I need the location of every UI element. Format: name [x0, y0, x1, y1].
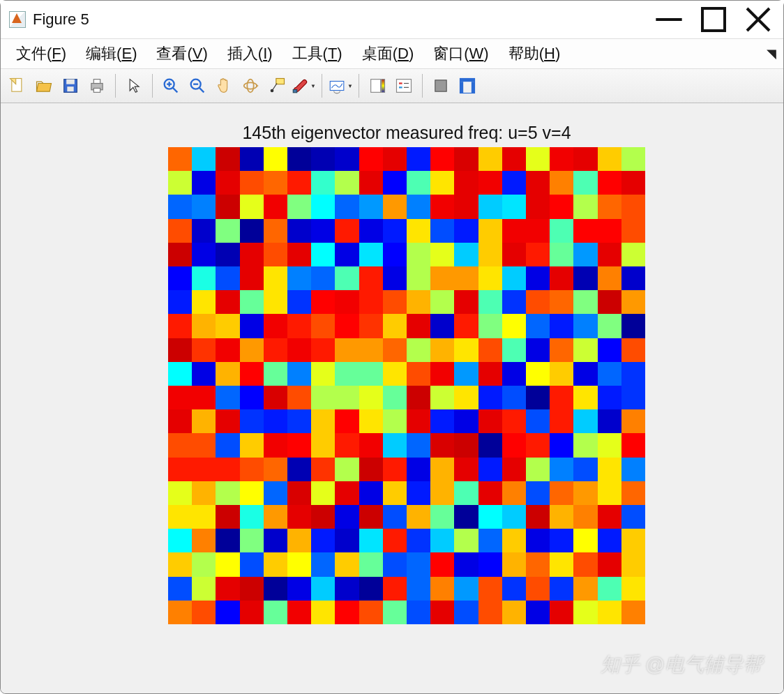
print-button[interactable]: [84, 73, 110, 98]
heatmap-cell: [621, 195, 645, 218]
heatmap-cell: [430, 577, 454, 601]
heatmap-cell: [216, 290, 239, 314]
zoom-out-button[interactable]: [185, 73, 210, 98]
menu-window[interactable]: 窗口(W): [423, 40, 498, 67]
heatmap-image[interactable]: [168, 147, 645, 624]
heatmap-cell: [526, 219, 550, 243]
heatmap-cell: [478, 481, 502, 505]
heatmap-cell: [192, 195, 216, 218]
heatmap-cell: [240, 171, 264, 195]
heatmap-cell: [335, 433, 359, 457]
heatmap-cell: [478, 601, 502, 624]
heatmap-cell: [407, 362, 430, 386]
figure-area[interactable]: 145th eigenvector measured freq: u=5 v=4…: [1, 103, 783, 693]
link-plot-button[interactable]: ▼: [328, 73, 353, 98]
heatmap-cell: [240, 433, 264, 457]
heatmap-cell: [359, 314, 383, 338]
heatmap-cell: [454, 386, 478, 409]
heatmap-cell: [573, 338, 597, 362]
colorbar-icon: [368, 76, 387, 96]
heatmap-cell: [550, 552, 573, 576]
heatmap-cell: [502, 529, 526, 552]
legend-icon: [394, 76, 414, 96]
save-button[interactable]: [58, 73, 83, 98]
heatmap-cell: [359, 529, 383, 552]
heatmap-cell: [264, 266, 287, 290]
menu-edit[interactable]: 编辑(E): [76, 40, 146, 67]
heatmap-cell: [335, 505, 359, 529]
heatmap-cell: [454, 171, 478, 195]
new-figure-button[interactable]: [5, 73, 30, 98]
heatmap-cell: [240, 601, 264, 624]
heatmap-cell: [240, 195, 264, 218]
heatmap-cell: [598, 219, 621, 243]
heatmap-cell: [192, 243, 216, 266]
heatmap-cell: [502, 266, 526, 290]
dock-arrow-icon[interactable]: ◥: [767, 46, 776, 61]
brush-icon: [291, 76, 309, 96]
heatmap-cell: [216, 552, 239, 576]
legend-button[interactable]: [391, 73, 416, 98]
heatmap-cell: [287, 195, 311, 218]
heatmap-cell: [264, 529, 287, 552]
heatmap-cell: [383, 577, 407, 601]
heatmap-cell: [430, 458, 454, 481]
axes[interactable]: 145th eigenvector measured freq: u=5 v=4: [168, 123, 645, 624]
pan-button[interactable]: [211, 73, 236, 98]
heatmap-cell: [573, 266, 597, 290]
heatmap-cell: [192, 505, 216, 529]
heatmap-cell: [502, 409, 526, 433]
rotate-3d-button[interactable]: [238, 73, 263, 98]
heatmap-cell: [621, 362, 645, 386]
colorbar-button[interactable]: [365, 73, 390, 98]
heatmap-cell: [287, 243, 311, 266]
heatmap-cell: [240, 505, 264, 529]
heatmap-cell: [168, 433, 192, 457]
show-plot-tools-button[interactable]: [455, 73, 480, 98]
hide-plot-tools-button[interactable]: [428, 73, 453, 98]
heatmap-cell: [240, 266, 264, 290]
titlebar[interactable]: Figure 5: [1, 1, 783, 38]
heatmap-cell: [407, 601, 430, 624]
heatmap-cell: [240, 386, 264, 409]
menu-tools[interactable]: 工具(T): [282, 40, 352, 67]
svg-rect-7: [66, 80, 75, 84]
heatmap-cell: [287, 409, 311, 433]
heatmap-cell: [264, 458, 287, 481]
heatmap-cell: [526, 529, 550, 552]
menu-insert[interactable]: 插入(I): [218, 40, 282, 67]
svg-line-13: [172, 87, 177, 92]
heatmap-cell: [359, 409, 383, 433]
close-button[interactable]: [736, 3, 781, 36]
maximize-button[interactable]: [691, 3, 736, 36]
pointer-button[interactable]: [121, 73, 146, 98]
heatmap-cell: [478, 266, 502, 290]
heatmap-cell: [526, 314, 550, 338]
brush-button[interactable]: ▼: [291, 73, 316, 98]
menu-help[interactable]: 帮助(H): [499, 40, 571, 67]
heatmap-cell: [478, 529, 502, 552]
data-cursor-button[interactable]: [264, 73, 289, 98]
open-button[interactable]: [31, 73, 56, 98]
heatmap-cell: [407, 147, 430, 171]
heatmap-cell: [430, 386, 454, 409]
minimize-button[interactable]: [647, 3, 691, 36]
heatmap-cell: [383, 409, 407, 433]
heatmap-cell: [598, 195, 621, 218]
zoom-in-button[interactable]: [158, 73, 183, 98]
menu-view[interactable]: 查看(V): [146, 40, 217, 67]
heatmap-cell: [621, 266, 645, 290]
heatmap-cell: [502, 243, 526, 266]
heatmap-cell: [168, 481, 192, 505]
menu-desktop[interactable]: 桌面(D): [352, 40, 424, 67]
heatmap-cell: [598, 171, 621, 195]
heatmap-cell: [478, 290, 502, 314]
heatmap-cell: [550, 362, 573, 386]
heatmap-cell: [192, 458, 216, 481]
menu-file[interactable]: 文件(F): [6, 40, 76, 67]
heatmap-cell: [335, 266, 359, 290]
svg-rect-38: [472, 82, 475, 93]
heatmap-cell: [407, 243, 430, 266]
heatmap-cell: [598, 266, 621, 290]
heatmap-cell: [478, 171, 502, 195]
